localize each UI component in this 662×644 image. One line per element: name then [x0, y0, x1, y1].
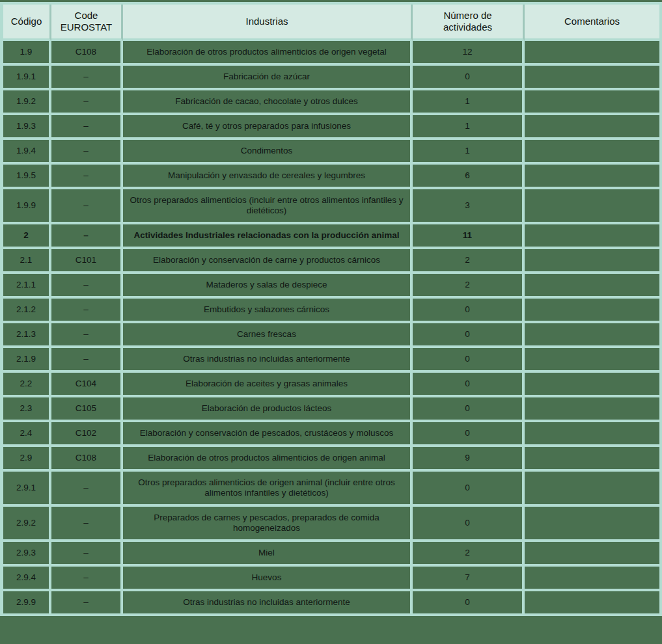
cell-num-actividades: 2: [413, 542, 525, 567]
cell-industria: Carnes frescas: [123, 323, 413, 348]
cell-code-eurostat: C104: [51, 373, 123, 397]
header-code-eurostat: Code EUROSTAT: [51, 5, 123, 41]
cell-industria: Otros preparados alimenticios de origen …: [123, 472, 413, 507]
cell-num-actividades: 0: [413, 507, 525, 542]
cell-code-eurostat: –: [51, 299, 123, 323]
table-row: 2.9.9 – Otras industrias no incluidas an…: [3, 591, 659, 613]
table-row: 2.9.1 – Otros preparados alimenticios de…: [3, 472, 659, 507]
cell-comentarios: [525, 66, 659, 90]
cell-industria: Elaboración y conservación de pescados, …: [123, 422, 413, 447]
cell-code-eurostat: C108: [51, 41, 123, 66]
cell-codigo: 2.2: [3, 373, 51, 397]
cell-num-actividades: 7: [413, 567, 525, 591]
cell-code-eurostat: –: [51, 115, 123, 140]
cell-code-eurostat: –: [51, 274, 123, 299]
industries-table-wrapper: Código Code EUROSTAT Industrias Número d…: [0, 2, 662, 616]
cell-industria: Elaboración de aceites y grasas animales: [123, 373, 413, 397]
table-row: 1.9.9 – Otros preparados alimenticios (i…: [3, 189, 659, 224]
cell-code-eurostat: –: [51, 224, 123, 249]
header-industrias: Industrias: [123, 5, 413, 41]
cell-num-actividades: 0: [413, 323, 525, 348]
table-row: 1.9.3 – Café, té y otros preparados para…: [3, 115, 659, 140]
cell-codigo: 2.9.9: [3, 591, 51, 613]
cell-codigo: 2.1.1: [3, 274, 51, 299]
cell-industria: Fabricación de azúcar: [123, 66, 413, 90]
cell-codigo: 2.1: [3, 249, 51, 274]
cell-codigo: 2.9.3: [3, 542, 51, 567]
cell-industria: Preparados de carnes y pescados, prepara…: [123, 507, 413, 542]
cell-code-eurostat: –: [51, 140, 123, 165]
cell-comentarios: [525, 542, 659, 567]
cell-code-eurostat: –: [51, 472, 123, 507]
table-row: 2.1 C101 Elaboración y conservación de c…: [3, 249, 659, 274]
cell-industria: Condimentos: [123, 140, 413, 165]
cell-comentarios: [525, 41, 659, 66]
cell-comentarios: [525, 299, 659, 323]
cell-codigo: 1.9.9: [3, 189, 51, 224]
cell-num-actividades: 1: [413, 140, 525, 165]
cell-codigo: 1.9.3: [3, 115, 51, 140]
cell-num-actividades: 0: [413, 66, 525, 90]
table-row: 2.9.4 – Huevos 7: [3, 567, 659, 591]
cell-num-actividades: 1: [413, 115, 525, 140]
cell-num-actividades: 0: [413, 472, 525, 507]
table-row: 2.9.3 – Miel 2: [3, 542, 659, 567]
cell-num-actividades: 9: [413, 447, 525, 472]
cell-industria: Actividades Industriales relacionadas co…: [123, 224, 413, 249]
header-codigo: Código: [3, 5, 51, 41]
table-row: 1.9.4 – Condimentos 1: [3, 140, 659, 165]
cell-code-eurostat: –: [51, 542, 123, 567]
cell-num-actividades: 0: [413, 397, 525, 422]
cell-industria: Mataderos y salas de despiece: [123, 274, 413, 299]
table-row: 1.9 C108 Elaboración de otros productos …: [3, 41, 659, 66]
cell-codigo: 2.4: [3, 422, 51, 447]
table-row: 2.3 C105 Elaboración de productos lácteo…: [3, 397, 659, 422]
cell-code-eurostat: –: [51, 567, 123, 591]
cell-comentarios: [525, 323, 659, 348]
cell-codigo: 2.3: [3, 397, 51, 422]
cell-comentarios: [525, 397, 659, 422]
cell-comentarios: [525, 115, 659, 140]
cell-industria: Fabricación de cacao, chocolate y otros …: [123, 90, 413, 115]
cell-code-eurostat: –: [51, 165, 123, 189]
cell-code-eurostat: C102: [51, 422, 123, 447]
cell-codigo: 1.9.2: [3, 90, 51, 115]
cell-comentarios: [525, 373, 659, 397]
cell-code-eurostat: –: [51, 90, 123, 115]
cell-codigo: 1.9.1: [3, 66, 51, 90]
cell-codigo: 2.1.3: [3, 323, 51, 348]
cell-code-eurostat: –: [51, 66, 123, 90]
cell-codigo: 1.9.5: [3, 165, 51, 189]
cell-industria: Embutidos y salazones cárnicos: [123, 299, 413, 323]
cell-industria: Otras industrias no incluidas anteriorme…: [123, 348, 413, 373]
cell-comentarios: [525, 472, 659, 507]
cell-comentarios: [525, 140, 659, 165]
table-body: 1.9 C108 Elaboración de otros productos …: [3, 41, 659, 613]
cell-code-eurostat: C105: [51, 397, 123, 422]
cell-comentarios: [525, 348, 659, 373]
table-row: 2.1.9 – Otras industrias no incluidas an…: [3, 348, 659, 373]
cell-code-eurostat: –: [51, 323, 123, 348]
industries-table: Código Code EUROSTAT Industrias Número d…: [3, 5, 659, 613]
cell-industria: Miel: [123, 542, 413, 567]
cell-comentarios: [525, 274, 659, 299]
cell-comentarios: [525, 249, 659, 274]
cell-comentarios: [525, 567, 659, 591]
cell-industria: Huevos: [123, 567, 413, 591]
cell-comentarios: [525, 189, 659, 224]
cell-codigo: 1.9: [3, 41, 51, 66]
cell-codigo: 2: [3, 224, 51, 249]
cell-comentarios: [525, 224, 659, 249]
cell-code-eurostat: –: [51, 348, 123, 373]
cell-codigo: 2.1.2: [3, 299, 51, 323]
table-row: 2.9.2 – Preparados de carnes y pescados,…: [3, 507, 659, 542]
cell-num-actividades: 0: [413, 348, 525, 373]
table-row: 2.2 C104 Elaboración de aceites y grasas…: [3, 373, 659, 397]
cell-codigo: 2.9.4: [3, 567, 51, 591]
cell-num-actividades: 0: [413, 591, 525, 613]
cell-comentarios: [525, 591, 659, 613]
cell-num-actividades: 0: [413, 422, 525, 447]
cell-industria: Café, té y otros preparados para infusio…: [123, 115, 413, 140]
table-row: 1.9.5 – Manipulación y envasado de cerea…: [3, 165, 659, 189]
table-row: 1.9.2 – Fabricación de cacao, chocolate …: [3, 90, 659, 115]
